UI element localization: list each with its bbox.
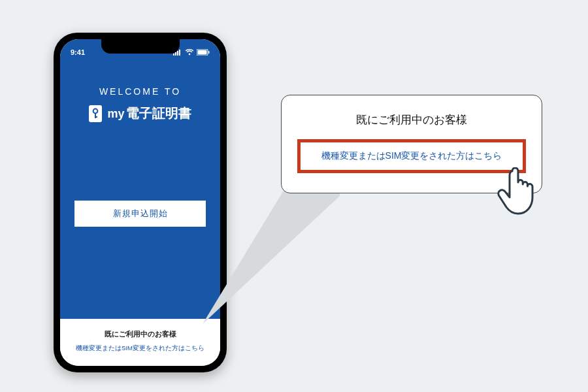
battery-icon	[197, 49, 210, 56]
phone-notch	[101, 39, 180, 54]
svg-rect-2	[177, 51, 178, 56]
existing-customer-title: 既にご利用中のお客様	[68, 329, 212, 339]
svg-rect-6	[208, 51, 210, 54]
callout-title: 既にご利用中のお客様	[297, 112, 526, 127]
svg-rect-0	[173, 54, 174, 56]
svg-point-7	[93, 108, 98, 113]
welcome-panel: WELCOME TO my 電子証明書 新規申込開始	[60, 61, 220, 319]
start-application-button[interactable]: 新規申込開始	[74, 201, 206, 227]
logo-title: 電子証明書	[126, 105, 191, 122]
wifi-icon	[185, 49, 194, 56]
welcome-label: WELCOME TO	[99, 86, 181, 97]
phone-screen: 9:41 WELCOME TO my 電子証明書 新規申込開始 既にご利用中	[60, 39, 220, 366]
logo-my: my	[107, 107, 124, 121]
status-icons	[173, 49, 210, 56]
app-logo: my 電子証明書	[89, 105, 191, 122]
key-icon	[89, 105, 102, 122]
svg-rect-9	[95, 116, 97, 118]
existing-customer-panel: 既にご利用中のお客様 機種変更またはSIM変更をされた方はこちら	[60, 319, 220, 366]
callout-device-change-link[interactable]: 機種変更またはSIM変更をされた方はこちら	[297, 139, 526, 173]
svg-rect-1	[175, 52, 176, 56]
app-title: my 電子証明書	[107, 105, 191, 122]
svg-rect-3	[179, 50, 180, 56]
svg-rect-5	[198, 50, 207, 55]
callout-card: 既にご利用中のお客様 機種変更またはSIM変更をされた方はこちら	[281, 95, 542, 193]
device-change-link[interactable]: 機種変更またはSIM変更をされた方はこちら	[68, 344, 212, 353]
status-time: 9:41	[71, 48, 85, 56]
phone-frame: 9:41 WELCOME TO my 電子証明書 新規申込開始 既にご利用中	[54, 33, 227, 372]
